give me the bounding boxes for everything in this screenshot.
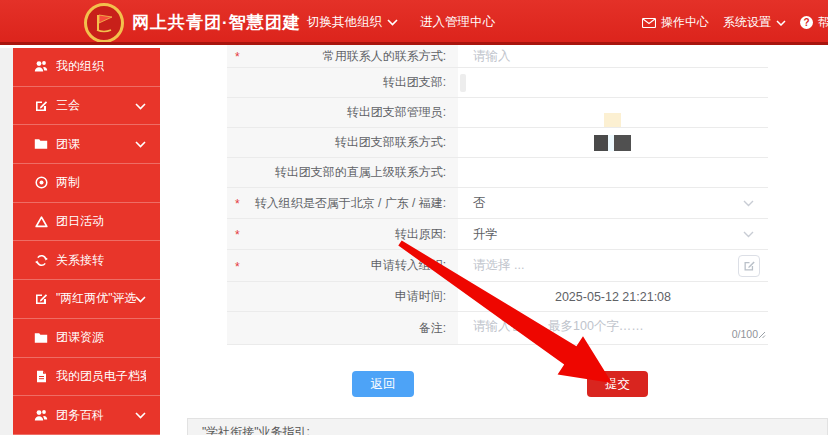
chevron-down-icon: [776, 20, 786, 26]
envelope-icon: [642, 18, 656, 28]
back-button[interactable]: 返回: [352, 371, 414, 397]
folder-icon: [34, 137, 48, 151]
form-row-remark: 备注: 请输入备注，最多100个字…… 0/100: [227, 312, 768, 345]
select-value: 升学: [473, 226, 498, 243]
action-center-link[interactable]: 操作中心: [642, 14, 709, 31]
form-row-contact-method: * 常用联系人的联系方式: 请输入: [227, 45, 768, 68]
field-label: 转出团支部的直属上级联系方式:: [227, 158, 458, 187]
system-settings-label: 系统设置: [723, 14, 771, 31]
help-label: 帮助: [818, 14, 828, 31]
input-placeholder: 请输入: [473, 48, 511, 65]
chevron-down-icon: [135, 99, 146, 113]
business-guide-panel: "学社衔接"业务指引:: [187, 418, 828, 435]
field-label: 申请时间:: [227, 282, 458, 311]
left-gutter: [0, 48, 13, 435]
chevron-down-icon: [743, 196, 754, 210]
required-marker: *: [235, 228, 240, 242]
sidebar-item-relation-transfer[interactable]: 关系接转: [13, 241, 160, 280]
form-row-out-branch-admin: 转出团支部管理员:: [227, 98, 768, 128]
apply-time-value: 2025-05-12 21:21:08: [458, 282, 768, 311]
sidebar-item-class-resources[interactable]: 团课资源: [13, 319, 160, 358]
char-counter: 0/100: [732, 328, 758, 340]
redacted-value-box: [614, 135, 631, 151]
field-label: 转出团支部联系方式:: [227, 128, 458, 157]
guide-title: "学社衔接"业务指引:: [202, 425, 310, 435]
field-label: * 申请转入组织:: [227, 250, 458, 281]
required-marker: *: [235, 197, 240, 211]
resize-handle-icon[interactable]: [757, 328, 766, 342]
form-row-out-branch-contact: 转出团支部联系方式:: [227, 128, 768, 158]
edit-icon: [34, 99, 48, 113]
sidebar: 我的组织 三会 团课 两制: [13, 48, 160, 435]
remark-textarea[interactable]: 请输入备注，最多100个字…… 0/100: [458, 312, 768, 344]
superior-contact-value: [458, 158, 768, 187]
system-settings-menu[interactable]: 系统设置: [723, 14, 786, 31]
redacted-value-box: [460, 74, 466, 92]
sidebar-item-label: 我的团员电子档案: [56, 368, 146, 385]
recycle-icon: [34, 215, 48, 229]
sidebar-item-league-wiki[interactable]: 团务百科: [13, 396, 160, 435]
users-icon: [34, 408, 48, 422]
field-label: * 转出原因:: [227, 219, 458, 249]
sidebar-item-label: 团课资源: [56, 329, 104, 346]
switch-org-label: 切换其他组织: [307, 14, 382, 31]
form-row-out-reason: * 转出原因: 升学: [227, 219, 768, 250]
enter-admin-label: 进入管理中心: [420, 14, 495, 31]
sidebar-item-label: 团课: [56, 136, 80, 153]
sidebar-item-label: 关系接转: [56, 252, 104, 269]
chevron-down-icon: [135, 292, 146, 306]
file-icon: [34, 369, 48, 383]
out-branch-value: [458, 68, 768, 97]
target-organization-picker[interactable]: 请选择 ...: [458, 250, 768, 281]
flag-icon: [93, 12, 115, 34]
field-label: * 常用联系人的联系方式:: [227, 45, 458, 67]
league-emblem-logo: [84, 3, 124, 43]
sidebar-item-member-earchive[interactable]: 我的团员电子档案: [13, 358, 160, 397]
form-row-apply-time: 申请时间: 2025-05-12 21:21:08: [227, 282, 768, 312]
select-value: 否: [473, 195, 486, 212]
sidebar-item-label: 团日活动: [56, 213, 104, 230]
field-label: * 转入组织是否属于北京 / 广东 / 福建:: [227, 188, 458, 218]
required-marker: *: [235, 260, 240, 274]
help-link[interactable]: ? 帮助: [800, 14, 828, 31]
sidebar-item-league-day-activity[interactable]: 团日活动: [13, 203, 160, 242]
header-right-group: 操作中心 系统设置 ? 帮助: [642, 14, 828, 31]
required-marker: *: [235, 50, 240, 64]
out-branch-contact-value: [458, 128, 768, 157]
sidebar-item-label: 两制: [56, 174, 80, 191]
field-label: 转出团支部管理员:: [227, 98, 458, 127]
sidebar-item-league-class[interactable]: 团课: [13, 125, 160, 164]
enter-admin-link[interactable]: 进入管理中心: [420, 14, 495, 31]
contact-method-input[interactable]: 请输入: [458, 45, 768, 67]
form-row-superior-contact: 转出团支部的直属上级联系方式:: [227, 158, 768, 188]
form-row-out-branch: 转出团支部:: [227, 68, 768, 98]
region-select[interactable]: 否: [458, 188, 768, 218]
chevron-down-icon: [135, 408, 146, 422]
pencil-square-icon: [743, 259, 756, 272]
sidebar-item-label: 团务百科: [56, 407, 104, 424]
redacted-value-box: [594, 135, 608, 151]
page: 网上共青团·智慧团建 切换其他组织 进入管理中心 操作中心 系统设置: [0, 0, 828, 435]
chevron-down-icon: [135, 137, 146, 151]
sidebar-item-label: 三会: [56, 97, 80, 114]
field-label: 转出团支部:: [227, 68, 458, 97]
sidebar-item-two-systems[interactable]: 两制: [13, 164, 160, 203]
sidebar-item-three-meetings[interactable]: 三会: [13, 87, 160, 126]
sidebar-item-label: "两红两优"评选: [56, 290, 137, 307]
sidebar-item-my-organization[interactable]: 我的组织: [13, 48, 160, 87]
out-reason-select[interactable]: 升学: [458, 219, 768, 249]
picker-placeholder: 请选择 ...: [473, 257, 524, 274]
form-row-region-select: * 转入组织是否属于北京 / 广东 / 福建: 否: [227, 188, 768, 219]
app-title: 网上共青团·智慧团建: [132, 11, 301, 34]
chevron-down-icon: [387, 19, 398, 26]
submit-button[interactable]: 提交: [587, 371, 648, 397]
switch-org-menu[interactable]: 切换其他组织: [307, 14, 398, 31]
edit-organization-button[interactable]: [738, 255, 760, 277]
folder-icon: [34, 331, 48, 345]
out-branch-admin-value: [458, 98, 768, 127]
target-icon: [34, 176, 48, 190]
field-label: 备注:: [227, 312, 458, 344]
textarea-placeholder: 请输入备注，最多100个字……: [473, 318, 644, 335]
edit-icon: [34, 292, 48, 306]
sidebar-item-two-red-two-excellent[interactable]: "两红两优"评选: [13, 280, 160, 319]
